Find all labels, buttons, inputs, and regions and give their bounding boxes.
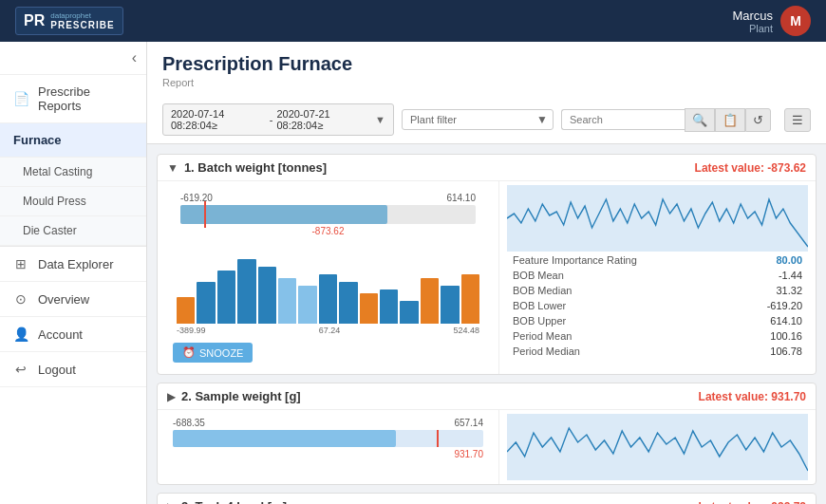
metric-title-wrap-2: ▶ 2. Sample weight [g] [167, 389, 301, 403]
sidebar-item-data-explorer[interactable]: ⊞ Data Explorer [0, 247, 146, 282]
svg-rect-1 [507, 414, 808, 480]
date-from: 2020-07-14 08:28:04≥ [171, 108, 266, 131]
sidebar-item-overview[interactable]: ⊙ Overview [0, 282, 146, 317]
account-label: Account [38, 327, 83, 342]
logo-pr-text: PR [24, 12, 45, 29]
metric-sample-weight-right [499, 410, 816, 484]
sample-weight-min: -688.35 [173, 418, 205, 428]
expand-batch-weight-icon[interactable]: ▼ [167, 161, 178, 175]
document-button[interactable]: 📋 [715, 108, 745, 132]
logo-prescribe: PRESCRIBE [50, 20, 114, 30]
metric-tank-4-level: ▶ 3. Tank 4 level [m] Latest value: 932.… [157, 493, 817, 504]
logout-label: Logout [38, 363, 76, 377]
page-title: Prescription Furnace [162, 53, 811, 75]
snooze-label: SNOOZE [199, 347, 243, 359]
metric-tank-title: 3. Tank 4 level [m] [181, 499, 287, 504]
metric-batch-weight-title: 1. Batch weight [tonnes] [184, 160, 327, 175]
bar-label-2: 67.24 [319, 326, 341, 335]
logo-sub: dataprophet PRESCRIBE [50, 11, 114, 30]
date-sep: - [270, 114, 273, 125]
feature-value: -1.44 [733, 269, 806, 282]
feature-value: 31.32 [733, 284, 806, 297]
sidebar-item-furnace[interactable]: Furnace [0, 123, 146, 158]
feature-value: 80.00 [733, 253, 806, 267]
top-nav: PR dataprophet PRESCRIBE Marcus Plant M [0, 0, 826, 42]
menu-button[interactable]: ☰ [784, 108, 811, 132]
sample-weight-latest: Latest value: 931.70 [699, 390, 806, 403]
plant-filter-select[interactable]: Plant filter [402, 109, 554, 130]
bar-label-1: -389.99 [177, 326, 206, 335]
search-button[interactable]: 🔍 [685, 108, 715, 132]
metric-tank-header: ▶ 3. Tank 4 level [m] Latest value: 932.… [158, 494, 816, 504]
sparkline-svg [507, 185, 808, 252]
sparkline-wrap [507, 185, 808, 252]
search-wrap: 🔍 📋 ↺ [561, 108, 775, 132]
feature-label: BOB Median [509, 284, 731, 297]
bar-label-3: 524.48 [453, 326, 479, 335]
snooze-button[interactable]: ⏰ SNOOZE [173, 343, 253, 363]
sidebar-item-logout[interactable]: ↩ Logout [0, 352, 146, 387]
sidebar-item-metal-casting[interactable]: Metal Casting [0, 158, 146, 187]
feature-value: 106.78 [733, 345, 806, 358]
bar-12 [400, 301, 418, 324]
metric-sample-weight-left: -688.35 657.14 931.70 [158, 410, 499, 484]
feature-value: -619.20 [733, 299, 806, 312]
table-row: Feature Importance Rating 80.00 [509, 253, 806, 267]
metric-batch-weight-left: -619.20 614.10 -873.62 [158, 181, 499, 374]
metric-sample-weight: ▶ 2. Sample weight [g] Latest value: 931… [157, 383, 817, 485]
sample-weight-marker [437, 430, 439, 447]
sidebar-item-mould-press[interactable]: Mould Press [0, 187, 146, 216]
feature-value: 614.10 [733, 314, 806, 327]
table-row: BOB Lower -619.20 [509, 299, 806, 312]
date-to: 2020-07-21 08:28:04≥ [276, 108, 371, 131]
prescribe-reports-icon: 📄 [13, 91, 28, 106]
date-range-picker[interactable]: 2020-07-14 08:28:04≥ - 2020-07-21 08:28:… [162, 103, 394, 136]
sidebar: ‹ 📄 Prescribe Reports Furnace Metal Cast… [0, 42, 147, 504]
bar-9 [339, 282, 357, 324]
bar-1 [177, 297, 195, 324]
sidebar-toggle-area: ‹ [0, 42, 146, 75]
sidebar-item-account[interactable]: 👤 Account [0, 317, 146, 352]
sample-weight-bar [173, 430, 483, 447]
table-row: Period Median 106.78 [509, 345, 806, 358]
expand-tank-icon[interactable]: ▶ [167, 500, 176, 505]
bar-chart-container: -389.99 67.24 524.48 [165, 244, 491, 339]
range-min: -619.20 [180, 193, 213, 203]
user-info: Marcus Plant [732, 9, 773, 34]
range-bar [180, 205, 476, 224]
feature-label: Feature Importance Rating [509, 253, 731, 267]
table-row: BOB Upper 614.10 [509, 314, 806, 327]
sidebar-item-prescribe-reports[interactable]: 📄 Prescribe Reports [0, 75, 146, 123]
bar-10 [360, 293, 378, 324]
range-current-marker [204, 201, 206, 228]
user-name: Marcus [732, 9, 773, 23]
table-row: Period Mean 100.16 [509, 329, 806, 343]
search-input[interactable] [561, 109, 685, 130]
table-row: BOB Median 31.32 [509, 284, 806, 297]
plant-filter-wrap: Plant filter ▼ [402, 109, 554, 130]
metric-sample-weight-title: 2. Sample weight [g] [181, 389, 301, 403]
metric-title-wrap-3: ▶ 3. Tank 4 level [m] [167, 499, 287, 504]
sparkline-sample-svg [507, 414, 808, 480]
metric-batch-weight-body: -619.20 614.10 -873.62 [158, 181, 816, 374]
sidebar-item-die-caster[interactable]: Die Caster [0, 216, 146, 246]
metric-batch-weight-header: ▼ 1. Batch weight [tonnes] Latest value:… [158, 155, 816, 181]
expand-sample-weight-icon[interactable]: ▶ [167, 390, 176, 403]
account-icon: 👤 [13, 327, 28, 342]
bar-13 [421, 278, 439, 324]
snooze-clock-icon: ⏰ [182, 346, 196, 359]
metric-title-wrap: ▼ 1. Batch weight [tonnes] [167, 160, 327, 175]
main-layout: ‹ 📄 Prescribe Reports Furnace Metal Cast… [0, 42, 826, 504]
user-avatar[interactable]: M [780, 6, 811, 36]
history-button[interactable]: ↺ [745, 108, 771, 132]
sidebar-collapse-button[interactable]: ‹ [132, 49, 137, 66]
overview-icon: ⊙ [13, 291, 28, 307]
range-bar-fill [180, 205, 387, 224]
feature-label: Period Mean [509, 329, 731, 343]
batch-weight-latest: Latest value: -873.62 [695, 161, 806, 175]
filters-bar: 2020-07-14 08:28:04≥ - 2020-07-21 08:28:… [162, 96, 811, 143]
sidebar-item-label: Prescribe Reports [38, 84, 133, 113]
bar-6 [278, 278, 296, 324]
range-max: 614.10 [446, 193, 476, 203]
content-area: Prescription Furnace Report 2020-07-14 0… [147, 42, 826, 504]
